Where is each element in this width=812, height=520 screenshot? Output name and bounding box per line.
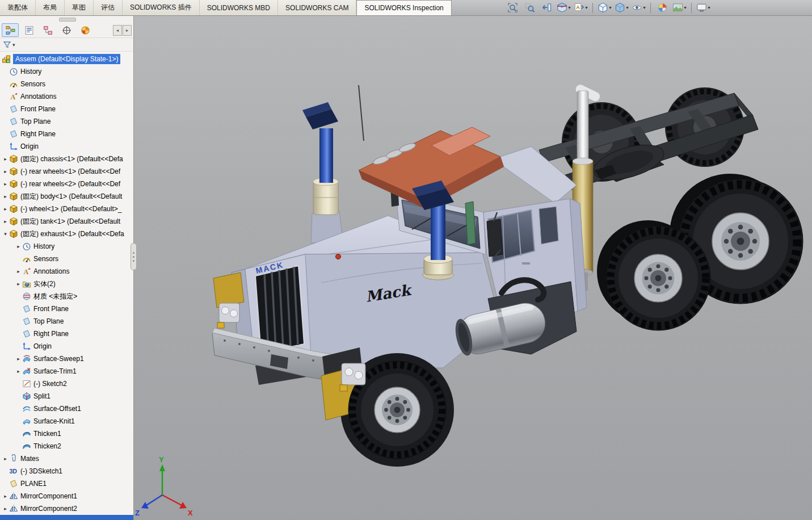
component-icon (9, 192, 18, 201)
view-settings-icon[interactable]: ▾ (696, 1, 711, 15)
expand-arrow[interactable]: ▸ (2, 493, 9, 499)
command-tab-item[interactable]: 草图 (65, 0, 94, 15)
tree-item-surface-trim1[interactable]: ▸Surface-Trim1 (0, 365, 133, 378)
graphics-scene[interactable]: MACK (134, 16, 812, 520)
toolbar-separator (592, 3, 593, 13)
tree-item-wheel-1-default-default[interactable]: ▸(-) wheel<1> (Default<<Default>_ (0, 203, 133, 215)
expand-arrow[interactable]: ▸ (15, 244, 22, 249)
expand-arrow[interactable]: ▸ (2, 156, 9, 162)
dropdown-arrow[interactable]: ▾ (684, 5, 686, 10)
dropdown-arrow[interactable]: ▾ (708, 5, 710, 10)
tree-item-thicken1[interactable]: Thicken1 (0, 427, 133, 440)
expand-arrow[interactable]: ▸ (15, 281, 22, 287)
section-view-icon[interactable]: ▾ (556, 1, 571, 15)
command-tab-item[interactable]: 评估 (94, 0, 123, 15)
dropdown-arrow[interactable]: ▾ (568, 5, 570, 10)
tree-item-label: 实体(2) (33, 279, 56, 289)
tree-item-chassis-1-default-defa[interactable]: ▸(固定) chassis<1> (Default<<Defa (0, 153, 133, 165)
tree-item-front-plane[interactable]: Front Plane (0, 303, 133, 315)
tree-item-split1[interactable]: Split1 (0, 390, 133, 402)
expand-arrow[interactable]: ▸ (2, 206, 9, 212)
graphics-viewport[interactable]: MACK (134, 16, 812, 520)
featuremanager-tree-tab-icon[interactable] (2, 23, 19, 37)
filter-funnel-icon[interactable] (3, 40, 11, 49)
expand-arrow[interactable]: ▸ (2, 506, 9, 511)
dropdown-arrow[interactable]: ▾ (626, 5, 628, 10)
expand-arrow[interactable]: ▸ (2, 169, 9, 174)
tree-item-origin[interactable]: Origin (0, 340, 133, 353)
expand-arrow[interactable]: ▸ (2, 456, 9, 462)
zoom-to-fit-icon[interactable] (505, 1, 520, 15)
tree-item-history[interactable]: ▸History (0, 240, 133, 253)
hide-show-items-icon[interactable]: ▾ (631, 1, 646, 15)
view-orientation-icon[interactable]: ▾ (597, 1, 612, 15)
display-style-icon[interactable]: ▾ (614, 1, 629, 15)
tree-item-sketch2[interactable]: (-) Sketch2 (0, 378, 133, 390)
panel-splitter-handle[interactable] (131, 243, 137, 270)
tree-item-right-plane[interactable]: Right Plane (0, 128, 133, 140)
expand-arrow[interactable]: ▸ (2, 219, 9, 224)
command-tab-item[interactable]: 布局 (36, 0, 65, 15)
tree-item-item[interactable]: 材质 <未指定> (0, 290, 133, 303)
edit-appearance-icon[interactable] (655, 1, 670, 15)
previous-view-icon[interactable] (539, 1, 554, 15)
tree-item-top-plane[interactable]: Top Plane (0, 115, 133, 128)
truck-antenna[interactable] (359, 85, 364, 141)
tree-item-mates[interactable]: ▸Mates (0, 452, 133, 465)
tree-item-tank-1-default-default[interactable]: ▸(固定) tank<1> (Default<<Default (0, 215, 133, 228)
tree-item-body-1-default-default[interactable]: ▸(固定) body<1> (Default<<Default (0, 190, 133, 203)
tree-item-surface-sweep1[interactable]: ▸Surface-Sweep1 (0, 353, 133, 365)
command-tab-solidworks-mbd[interactable]: SOLIDWORKS MBD (200, 0, 278, 15)
tree-item-mirrorcomponent1[interactable]: ▸MirrorComponent1 (0, 490, 133, 502)
command-tab-item[interactable]: 装配体 (0, 0, 36, 15)
truck-cab-body[interactable]: MACK (212, 127, 587, 385)
tree-item-sensors[interactable]: Sensors (0, 253, 133, 265)
tree-item-history[interactable]: History (0, 65, 133, 78)
tree-item-exhaust-1-default-defa[interactable]: ▾(固定) exhaust<1> (Default<<Defa (0, 228, 133, 240)
tree-item-label: Sensors (33, 255, 58, 263)
expand-arrow[interactable]: ▸ (15, 269, 22, 274)
tree-item-surface-offset1[interactable]: Surface-Offset1 (0, 402, 133, 415)
tree-item-rear-wheels-2-default-def[interactable]: ▸(-) rear wheels<2> (Default<<Def (0, 178, 133, 190)
configurationmanager-tab-icon[interactable] (39, 23, 56, 37)
command-tab-solidworks-inspection[interactable]: SOLIDWORKS Inspection (356, 0, 451, 15)
feature-tree: Assem (Default<Display State-1>)HistoryS… (0, 52, 133, 515)
panel-grip[interactable] (0, 16, 133, 23)
tree-item-right-plane[interactable]: Right Plane (0, 328, 133, 340)
displaymanager-tab-icon[interactable] (77, 23, 94, 37)
tree-item-rear-wheels-1-default-def[interactable]: ▸(-) rear wheels<1> (Default<<Def (0, 165, 133, 178)
expand-arrow[interactable]: ▸ (2, 181, 9, 187)
tree-item-annotations[interactable]: AAnnotations (0, 90, 133, 103)
filter-dropdown-arrow[interactable]: ▾ (12, 42, 15, 48)
tree-item-sensors[interactable]: Sensors (0, 78, 133, 90)
command-tab-solidworks-cam[interactable]: SOLIDWORKS CAM (278, 0, 356, 15)
truck-rear-wheels[interactable] (597, 174, 803, 330)
dropdown-arrow[interactable]: ▾ (585, 5, 587, 10)
tree-root-assem[interactable]: Assem (Default<Display State-1>) (0, 53, 133, 65)
propertymanager-tab-icon[interactable] (20, 23, 37, 37)
expand-arrow[interactable]: ▸ (2, 194, 9, 199)
expand-arrow[interactable]: ▸ (15, 356, 22, 362)
dynamic-annotation-views-icon[interactable]: A▾ (573, 1, 588, 15)
tree-item-mirrorcomponent2[interactable]: ▸MirrorComponent2 (0, 502, 133, 515)
dropdown-arrow[interactable]: ▾ (643, 5, 645, 10)
manager-tab-scroll-right[interactable]: ▸ (123, 25, 132, 36)
command-tab-solidworks[interactable]: SOLIDWORKS 插件 (123, 0, 200, 15)
tree-item-2[interactable]: ▸实体(2) (0, 278, 133, 290)
tree-item-plane1[interactable]: PLANE1 (0, 477, 133, 490)
tree-item-3dsketch1[interactable]: 3D(-) 3DSketch1 (0, 465, 133, 477)
apply-scene-icon[interactable]: ▾ (672, 1, 687, 15)
dimxpertmanager-tab-icon[interactable] (58, 23, 75, 37)
tree-item-surface-knit1[interactable]: Surface-Knit1 (0, 415, 133, 427)
tree-item-top-plane[interactable]: Top Plane (0, 315, 133, 328)
tree-item-annotations[interactable]: ▸AAnnotations (0, 265, 133, 278)
tree-item-thicken2[interactable]: Thicken2 (0, 440, 133, 452)
tree-item-front-plane[interactable]: Front Plane (0, 103, 133, 115)
truck-intake-stack-far[interactable] (302, 102, 343, 243)
expand-arrow[interactable]: ▸ (15, 368, 22, 374)
manager-tab-scroll-left[interactable]: ◂ (113, 25, 122, 36)
expand-arrow[interactable]: ▾ (2, 231, 9, 237)
zoom-to-area-icon[interactable] (522, 1, 537, 15)
dropdown-arrow[interactable]: ▾ (609, 5, 611, 10)
tree-item-origin[interactable]: Origin (0, 140, 133, 153)
